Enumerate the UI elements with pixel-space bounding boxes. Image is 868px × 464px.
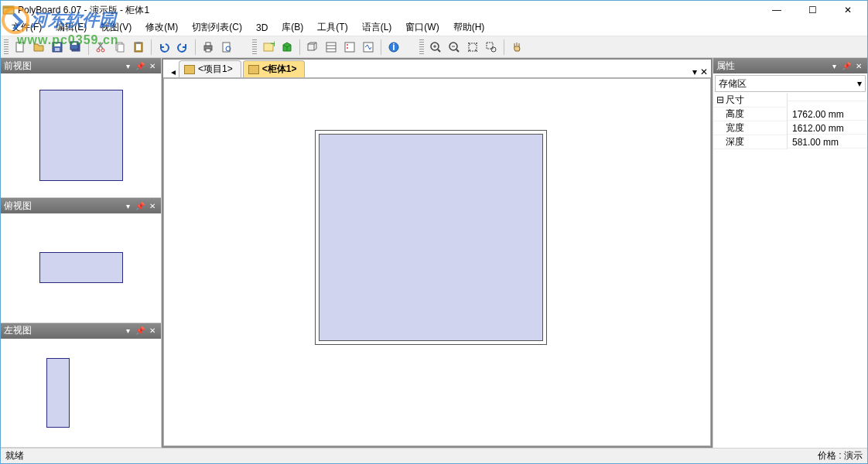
close-button[interactable]: ✕ xyxy=(830,2,866,19)
menu-window[interactable]: 窗口(W) xyxy=(399,19,445,36)
prop-row-height[interactable]: 高度 1762.00 mm xyxy=(713,107,867,121)
pin-icon[interactable]: 📌 xyxy=(135,60,145,71)
svg-point-9 xyxy=(97,49,100,52)
tabs-close-icon[interactable]: ✕ xyxy=(700,67,708,77)
canvas[interactable] xyxy=(163,78,711,446)
open-button[interactable] xyxy=(30,39,47,56)
new-cabinet-button[interactable] xyxy=(279,39,296,56)
dropdown-icon[interactable]: ▾ xyxy=(122,200,133,211)
panel-close-icon[interactable]: ✕ xyxy=(147,60,158,71)
menu-help[interactable]: 帮助(H) xyxy=(447,19,491,36)
copy-button[interactable] xyxy=(111,39,128,56)
print-button[interactable] xyxy=(200,39,217,56)
top-view-header[interactable]: 俯视图 ▾ 📌 ✕ xyxy=(1,198,161,213)
tab-cabinet1-label: <柜体1> xyxy=(262,63,297,76)
tab-cabinet1[interactable]: <柜体1> xyxy=(243,60,306,77)
app-icon xyxy=(2,5,15,15)
tool-3d-button[interactable] xyxy=(304,39,321,56)
pin-icon[interactable]: 📌 xyxy=(135,200,145,211)
dropdown-icon[interactable]: ▾ xyxy=(122,60,133,71)
tool-list1-button[interactable] xyxy=(323,39,340,56)
tool-cnc-button[interactable] xyxy=(360,39,377,56)
prop-group-dimensions[interactable]: ⊟尺寸 xyxy=(713,94,867,107)
tool-list2-button[interactable] xyxy=(341,39,358,56)
front-view-header[interactable]: 前视图 ▾ 📌 ✕ xyxy=(1,58,161,73)
top-view-body[interactable] xyxy=(1,213,161,322)
prop-val-depth[interactable]: 581.00 mm xyxy=(788,137,867,148)
toolbar-grip[interactable] xyxy=(4,39,9,55)
save-all-button[interactable] xyxy=(67,39,84,56)
document-tabs: ◂ <项目1> <柜体1> ▾ ✕ xyxy=(163,60,711,78)
svg-rect-1 xyxy=(3,6,14,9)
properties-title: 属性 xyxy=(716,60,735,73)
collapse-icon: ⊟ xyxy=(716,94,724,105)
toolbar-grip-2[interactable] xyxy=(252,39,257,55)
left-view-body[interactable] xyxy=(1,339,161,448)
property-grid: ⊟尺寸 高度 1762.00 mm 宽度 1612.00 mm 深度 581.0… xyxy=(713,94,867,448)
svg-rect-12 xyxy=(118,44,124,52)
new-item-button[interactable]: + xyxy=(260,39,277,56)
dropdown-icon[interactable]: ▾ xyxy=(829,60,839,71)
pin-icon[interactable]: 📌 xyxy=(135,326,145,336)
prop-key-depth: 深度 xyxy=(713,135,788,149)
zoom-in-button[interactable] xyxy=(427,39,444,56)
left-view-header[interactable]: 左视图 ▾ 📌 ✕ xyxy=(1,323,161,339)
svg-rect-24 xyxy=(326,43,336,52)
cabinet-tab-icon xyxy=(248,65,259,74)
pan-button[interactable] xyxy=(508,39,525,56)
svg-point-29 xyxy=(347,47,348,49)
cut-button[interactable] xyxy=(93,39,110,56)
toolbar-grip-3[interactable] xyxy=(419,39,424,55)
menu-modify[interactable]: 修改(M) xyxy=(139,19,184,36)
toolbar: + i xyxy=(1,36,867,58)
info-button[interactable]: i xyxy=(385,39,402,56)
prop-val-height[interactable]: 1762.00 mm xyxy=(788,109,867,121)
panel-close-icon[interactable]: ✕ xyxy=(853,60,864,71)
maximize-button[interactable]: ☐ xyxy=(795,2,830,19)
print-preview-button[interactable] xyxy=(218,39,235,56)
svg-rect-27 xyxy=(345,43,354,52)
cabinet-shape-outer[interactable] xyxy=(315,130,547,345)
svg-point-28 xyxy=(347,44,348,46)
prop-row-width[interactable]: 宽度 1612.00 mm xyxy=(713,121,867,135)
menu-3d[interactable]: 3D xyxy=(250,21,274,35)
minimize-button[interactable]: — xyxy=(759,2,795,19)
svg-rect-5 xyxy=(55,48,60,51)
menu-library[interactable]: 库(B) xyxy=(275,19,309,36)
panel-close-icon[interactable]: ✕ xyxy=(147,326,158,336)
svg-text:i: i xyxy=(392,42,395,53)
new-button[interactable] xyxy=(12,39,29,56)
properties-header[interactable]: 属性 ▾ 📌 ✕ xyxy=(713,58,867,73)
panel-close-icon[interactable]: ✕ xyxy=(147,200,158,211)
zoom-out-button[interactable] xyxy=(446,39,463,56)
statusbar: 就绪 价格 : 演示 xyxy=(1,448,867,463)
status-right: 价格 : 演示 xyxy=(818,449,863,462)
prop-val-width[interactable]: 1612.00 mm xyxy=(788,123,867,135)
paste-button[interactable] xyxy=(130,39,147,56)
svg-rect-4 xyxy=(54,43,60,46)
zoom-extents-button[interactable] xyxy=(464,39,481,56)
left-view-title: 左视图 xyxy=(4,324,32,337)
undo-button[interactable] xyxy=(155,39,173,56)
svg-text:+: + xyxy=(272,41,275,49)
tab-project1[interactable]: <项目1> xyxy=(179,60,241,77)
front-view-body[interactable] xyxy=(1,73,161,197)
menu-view[interactable]: 视图(V) xyxy=(94,19,138,36)
tabs-dropdown-icon[interactable]: ▾ xyxy=(692,67,697,77)
storage-combo[interactable]: 存储区 ▾ xyxy=(715,75,866,92)
menu-cutlist[interactable]: 切割列表(C) xyxy=(186,19,248,36)
menu-language[interactable]: 语言(L) xyxy=(356,19,398,36)
svg-rect-14 xyxy=(136,44,141,50)
menu-file[interactable]: 文件(F) xyxy=(5,19,48,36)
prop-key-height: 高度 xyxy=(713,107,788,121)
redo-button[interactable] xyxy=(174,39,191,56)
svg-rect-8 xyxy=(72,43,77,45)
menu-edit[interactable]: 编辑(E) xyxy=(50,19,93,36)
menu-tools[interactable]: 工具(T) xyxy=(311,19,354,36)
prop-row-depth[interactable]: 深度 581.00 mm xyxy=(713,135,867,149)
tabs-nav-prev-icon[interactable]: ◂ xyxy=(168,67,179,77)
zoom-window-button[interactable] xyxy=(483,39,500,56)
dropdown-icon[interactable]: ▾ xyxy=(122,326,133,336)
pin-icon[interactable]: 📌 xyxy=(841,60,852,71)
save-button[interactable] xyxy=(49,39,66,56)
